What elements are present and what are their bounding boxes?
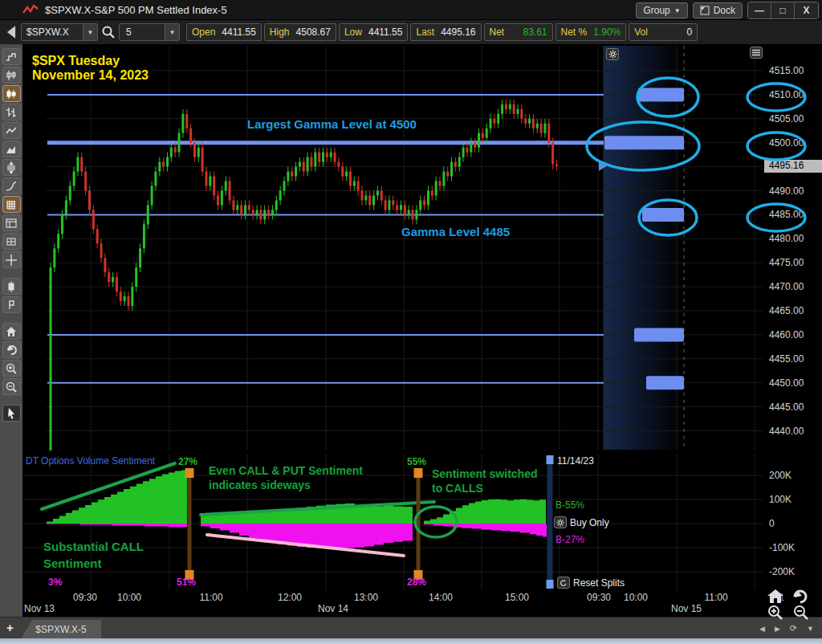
- zoom-in-icon[interactable]: [2, 360, 21, 377]
- cursor-icon[interactable]: [2, 405, 21, 422]
- candle: [271, 210, 274, 214]
- zoom-out-icon[interactable]: [2, 378, 21, 395]
- gear-icon[interactable]: [554, 516, 567, 528]
- candle: [368, 195, 371, 205]
- candle: [412, 210, 414, 219]
- ohlc-bars-icon[interactable]: [2, 104, 21, 120]
- close-button[interactable]: X: [795, 2, 818, 18]
- home-icon[interactable]: [2, 323, 21, 340]
- crosshair-icon[interactable]: [2, 251, 21, 268]
- candle: [435, 181, 437, 196]
- sentiment-axis-label: 200K: [769, 470, 791, 481]
- candle: [431, 191, 433, 196]
- candle: [458, 157, 461, 167]
- candle: [244, 205, 246, 214]
- highlight-ellipse: [637, 78, 698, 116]
- candle: [543, 124, 546, 133]
- candle: [551, 143, 554, 165]
- time-label: 09:30: [587, 592, 611, 603]
- tab-list-icon[interactable]: ▼: [807, 625, 814, 633]
- curve-icon[interactable]: [2, 177, 21, 194]
- minimize-button[interactable]: —: [748, 2, 771, 18]
- symbol-dropdown[interactable]: ▼: [83, 24, 97, 40]
- candle: [419, 200, 421, 210]
- quote-field-last: Last4495.16: [410, 23, 481, 41]
- candle: [131, 287, 133, 306]
- time-label: 09:30: [73, 592, 97, 603]
- hollow-candles-icon[interactable]: [2, 67, 21, 84]
- candle: [540, 124, 543, 133]
- candle: [520, 109, 523, 119]
- tick-chart-icon[interactable]: [2, 48, 21, 65]
- dock-button[interactable]: Dock: [693, 2, 743, 18]
- candle: [326, 153, 328, 157]
- price-axis-label: 4500.00: [769, 137, 804, 149]
- maximize-button[interactable]: □: [771, 2, 795, 18]
- candle: [232, 200, 234, 210]
- candle: [73, 172, 75, 186]
- time-label: 10:00: [117, 592, 141, 603]
- time-axis[interactable]: 09:3010:0011:0012:0013:0014:0015:0009:30…: [22, 590, 822, 617]
- candle: [252, 210, 254, 214]
- reset-icon[interactable]: [557, 577, 570, 589]
- grid-icon[interactable]: [2, 196, 21, 213]
- candle: [376, 191, 379, 196]
- candle: [486, 128, 488, 138]
- symbol-input[interactable]: $SPXW.X ▼: [21, 23, 98, 41]
- candle: [275, 200, 278, 210]
- undo-icon[interactable]: [791, 589, 809, 605]
- candle: [454, 162, 457, 167]
- candle: [193, 143, 196, 157]
- search-icon[interactable]: [101, 25, 116, 39]
- candlestick-icon[interactable]: [2, 85, 21, 102]
- zoom-in-icon[interactable]: [767, 605, 783, 621]
- chart-layout-icon[interactable]: [2, 214, 21, 231]
- buy-only-control[interactable]: Buy Only: [554, 516, 609, 528]
- line-chart-icon[interactable]: [2, 122, 21, 139]
- candle: [380, 191, 383, 201]
- candle: [334, 153, 336, 162]
- timeframe-select[interactable]: 5 ▼: [119, 23, 180, 41]
- quote-field-net: Net83.61: [484, 23, 553, 41]
- candle: [221, 191, 223, 206]
- tab-scroll-left-icon[interactable]: ◀: [759, 625, 765, 633]
- split-handle: [185, 468, 194, 478]
- candle: [225, 181, 227, 191]
- tab-spxw[interactable]: $SPXW.X-5: [21, 620, 101, 639]
- candle: [112, 277, 114, 282]
- sentiment-axis-label: 100K: [769, 494, 791, 505]
- candle: [322, 153, 324, 162]
- price-axis-label: 4505.00: [769, 113, 804, 124]
- gamma-volume-bar-4500: [604, 136, 684, 149]
- sentiment-axis-label: 0: [769, 518, 775, 529]
- table-grid-icon[interactable]: [2, 233, 21, 250]
- candle: [53, 248, 55, 267]
- window-bottom-edge: [0, 638, 822, 644]
- price-axis[interactable]: 4515.004510.004505.004500.004490.004485.…: [764, 44, 822, 450]
- tab-refresh-icon[interactable]: ⟳: [790, 623, 797, 634]
- note-icon[interactable]: [2, 296, 21, 313]
- back-arrow-button[interactable]: [5, 25, 18, 39]
- quote-fields: Open4411.55High4508.67Low4411.55Last4495…: [186, 23, 698, 41]
- menu-icon[interactable]: [750, 47, 763, 59]
- candle: [388, 200, 390, 210]
- timeframe-dropdown[interactable]: ▼: [165, 24, 179, 40]
- pct-3-label: 3%: [48, 577, 62, 588]
- area-chart-icon[interactable]: [2, 141, 21, 157]
- candle: [364, 195, 367, 200]
- tab-scroll-right-icon[interactable]: ▶: [775, 625, 780, 633]
- candle: [162, 162, 165, 167]
- price-axis-label: 4475.00: [769, 257, 804, 268]
- home-icon[interactable]: [766, 589, 785, 605]
- group-button[interactable]: Group▼: [636, 2, 687, 18]
- undo-icon[interactable]: [2, 341, 21, 358]
- split-handle: [414, 468, 423, 478]
- reset-splits-control[interactable]: Reset Splits: [557, 577, 625, 589]
- price-range-icon[interactable]: [2, 159, 21, 176]
- volume-candle-icon[interactable]: [2, 278, 21, 295]
- candle: [248, 205, 250, 210]
- add-tab-button[interactable]: +: [6, 621, 14, 634]
- gear-icon[interactable]: [606, 48, 619, 60]
- zoom-out-icon[interactable]: [793, 605, 809, 621]
- candle: [151, 186, 153, 206]
